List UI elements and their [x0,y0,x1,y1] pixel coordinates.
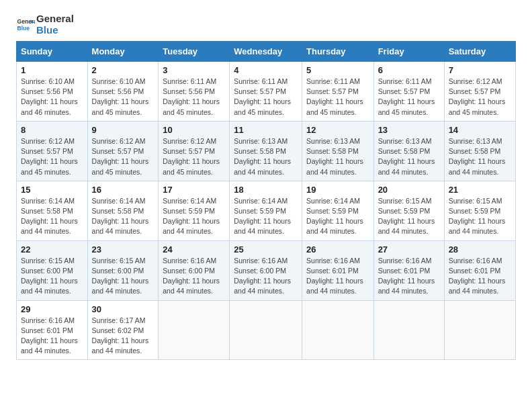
calendar-cell [302,300,374,360]
calendar-cell: 22Sunrise: 6:15 AMSunset: 6:00 PMDayligh… [17,240,88,300]
day-number: 6 [378,65,440,75]
calendar-cell: 10Sunrise: 6:12 AMSunset: 5:57 PMDayligh… [159,121,230,181]
day-number: 25 [234,244,298,255]
svg-text:Blue: Blue [17,24,30,31]
day-info: Sunrise: 6:16 AMSunset: 6:01 PMDaylight:… [306,256,369,297]
calendar-cell: 23Sunrise: 6:15 AMSunset: 6:00 PMDayligh… [87,240,159,300]
dow-header-sunday: Sunday [17,42,88,62]
day-info: Sunrise: 6:12 AMSunset: 5:57 PMDaylight:… [449,77,511,118]
day-info: Sunrise: 6:12 AMSunset: 5:57 PMDaylight:… [21,136,83,177]
calendar-cell: 11Sunrise: 6:13 AMSunset: 5:58 PMDayligh… [230,121,302,181]
day-number: 8 [21,125,83,135]
day-info: Sunrise: 6:10 AMSunset: 5:56 PMDaylight:… [21,77,83,118]
page: General Blue General Blue SundayMondayTu… [0,0,532,373]
day-number: 1 [21,65,83,75]
day-info: Sunrise: 6:16 AMSunset: 6:01 PMDaylight:… [449,256,511,297]
calendar-cell [159,300,230,360]
calendar-cell: 26Sunrise: 6:16 AMSunset: 6:01 PMDayligh… [302,240,374,300]
calendar-cell: 27Sunrise: 6:16 AMSunset: 6:01 PMDayligh… [373,240,444,300]
calendar-cell: 7Sunrise: 6:12 AMSunset: 5:57 PMDaylight… [444,62,515,122]
day-info: Sunrise: 6:11 AMSunset: 5:57 PMDaylight:… [306,77,369,118]
day-info: Sunrise: 6:16 AMSunset: 6:01 PMDaylight:… [378,256,440,297]
day-number: 22 [21,244,83,255]
day-info: Sunrise: 6:16 AMSunset: 6:01 PMDaylight:… [21,316,83,357]
day-info: Sunrise: 6:11 AMSunset: 5:56 PMDaylight:… [163,77,225,118]
day-number: 12 [306,125,369,135]
logo-general: General [36,13,74,25]
calendar-cell: 24Sunrise: 6:16 AMSunset: 6:00 PMDayligh… [159,240,230,300]
day-info: Sunrise: 6:10 AMSunset: 5:56 PMDaylight:… [92,77,154,118]
calendar-cell: 4Sunrise: 6:11 AMSunset: 5:57 PMDaylight… [230,62,302,122]
day-number: 3 [163,65,225,75]
calendar-cell: 18Sunrise: 6:14 AMSunset: 5:59 PMDayligh… [230,181,302,240]
calendar-cell: 13Sunrise: 6:13 AMSunset: 5:58 PMDayligh… [373,121,444,181]
calendar-cell: 25Sunrise: 6:16 AMSunset: 6:00 PMDayligh… [230,240,302,300]
day-info: Sunrise: 6:11 AMSunset: 5:57 PMDaylight:… [378,77,440,118]
calendar-cell: 17Sunrise: 6:14 AMSunset: 5:59 PMDayligh… [159,181,230,240]
day-number: 21 [449,185,511,195]
day-number: 11 [234,125,298,135]
day-info: Sunrise: 6:12 AMSunset: 5:57 PMDaylight:… [92,136,154,177]
day-info: Sunrise: 6:17 AMSunset: 6:02 PMDaylight:… [92,316,154,357]
calendar-cell: 16Sunrise: 6:14 AMSunset: 5:58 PMDayligh… [87,181,159,240]
calendar-cell: 15Sunrise: 6:14 AMSunset: 5:58 PMDayligh… [17,181,88,240]
day-info: Sunrise: 6:14 AMSunset: 5:59 PMDaylight:… [306,196,369,237]
calendar-body: 1Sunrise: 6:10 AMSunset: 5:56 PMDaylight… [17,62,516,360]
day-number: 28 [449,244,511,255]
dow-header-monday: Monday [87,42,159,62]
dow-header-tuesday: Tuesday [159,42,230,62]
header: General Blue General Blue [16,13,516,36]
day-info: Sunrise: 6:13 AMSunset: 5:58 PMDaylight:… [234,136,298,177]
day-number: 24 [163,244,225,255]
dow-header-thursday: Thursday [302,42,374,62]
dow-header-saturday: Saturday [444,42,515,62]
calendar-cell: 2Sunrise: 6:10 AMSunset: 5:56 PMDaylight… [87,62,159,122]
calendar-cell: 6Sunrise: 6:11 AMSunset: 5:57 PMDaylight… [373,62,444,122]
logo: General Blue General Blue [16,13,74,36]
day-number: 19 [306,185,369,195]
calendar-cell: 8Sunrise: 6:12 AMSunset: 5:57 PMDaylight… [17,121,88,181]
calendar-cell: 30Sunrise: 6:17 AMSunset: 6:02 PMDayligh… [87,300,159,360]
day-number: 16 [92,185,154,195]
day-number: 2 [92,65,154,75]
week-row-4: 22Sunrise: 6:15 AMSunset: 6:00 PMDayligh… [17,240,516,300]
day-number: 4 [234,65,298,75]
day-number: 27 [378,244,440,255]
day-info: Sunrise: 6:14 AMSunset: 5:58 PMDaylight:… [92,196,154,237]
day-number: 26 [306,244,369,255]
day-info: Sunrise: 6:14 AMSunset: 5:59 PMDaylight:… [234,196,298,237]
logo-icon: General Blue [16,15,35,34]
week-row-2: 8Sunrise: 6:12 AMSunset: 5:57 PMDaylight… [17,121,516,181]
day-info: Sunrise: 6:13 AMSunset: 5:58 PMDaylight:… [449,136,511,177]
dow-header-friday: Friday [373,42,444,62]
day-number: 9 [92,125,154,135]
day-info: Sunrise: 6:12 AMSunset: 5:57 PMDaylight:… [163,136,225,177]
day-number: 5 [306,65,369,75]
day-number: 7 [449,65,511,75]
day-info: Sunrise: 6:13 AMSunset: 5:58 PMDaylight:… [378,136,440,177]
day-info: Sunrise: 6:13 AMSunset: 5:58 PMDaylight:… [306,136,369,177]
day-info: Sunrise: 6:15 AMSunset: 6:00 PMDaylight:… [92,256,154,297]
day-number: 23 [92,244,154,255]
calendar-cell: 14Sunrise: 6:13 AMSunset: 5:58 PMDayligh… [444,121,515,181]
week-row-5: 29Sunrise: 6:16 AMSunset: 6:01 PMDayligh… [17,300,516,360]
calendar-cell: 21Sunrise: 6:15 AMSunset: 5:59 PMDayligh… [444,181,515,240]
calendar-cell: 9Sunrise: 6:12 AMSunset: 5:57 PMDaylight… [87,121,159,181]
day-info: Sunrise: 6:16 AMSunset: 6:00 PMDaylight:… [163,256,225,297]
day-number: 14 [449,125,511,135]
day-info: Sunrise: 6:16 AMSunset: 6:00 PMDaylight:… [234,256,298,297]
day-info: Sunrise: 6:14 AMSunset: 5:58 PMDaylight:… [21,196,83,237]
week-row-1: 1Sunrise: 6:10 AMSunset: 5:56 PMDaylight… [17,62,516,122]
day-info: Sunrise: 6:14 AMSunset: 5:59 PMDaylight:… [163,196,225,237]
day-number: 17 [163,185,225,195]
week-row-3: 15Sunrise: 6:14 AMSunset: 5:58 PMDayligh… [17,181,516,240]
day-number: 18 [234,185,298,195]
day-number: 20 [378,185,440,195]
day-number: 10 [163,125,225,135]
calendar-cell: 3Sunrise: 6:11 AMSunset: 5:56 PMDaylight… [159,62,230,122]
calendar-cell: 19Sunrise: 6:14 AMSunset: 5:59 PMDayligh… [302,181,374,240]
day-info: Sunrise: 6:11 AMSunset: 5:57 PMDaylight:… [234,77,298,118]
day-info: Sunrise: 6:15 AMSunset: 5:59 PMDaylight:… [378,196,440,237]
calendar-cell [444,300,515,360]
day-info: Sunrise: 6:15 AMSunset: 5:59 PMDaylight:… [449,196,511,237]
